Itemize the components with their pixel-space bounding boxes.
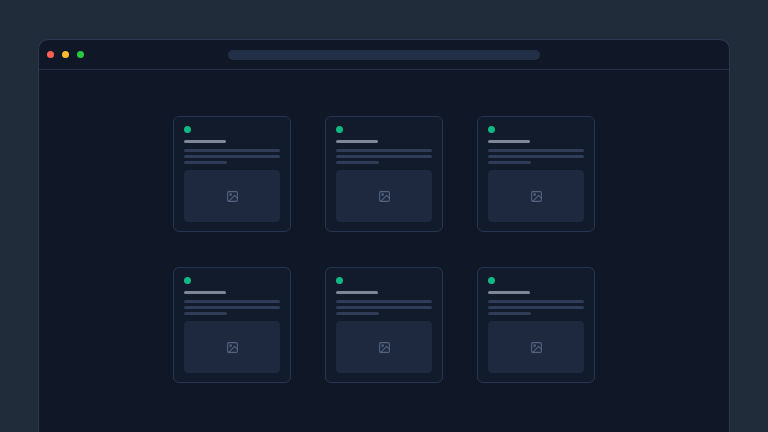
status-dot [336,126,343,133]
skeleton-title [336,291,378,294]
skeleton-line [336,306,432,309]
minimize-button[interactable] [62,51,69,58]
skeleton-line [184,300,280,303]
status-dot [488,126,495,133]
status-dot [184,277,191,284]
window-content [39,70,729,383]
status-dot [184,126,191,133]
desktop-background [0,0,768,432]
skeleton-line [336,149,432,152]
skeleton-line [184,155,280,158]
zoom-button[interactable] [77,51,84,58]
url-bar[interactable] [228,50,540,60]
skeleton-line [184,306,280,309]
skeleton-line-short [488,161,531,164]
card[interactable] [477,116,595,232]
skeleton-title [488,140,530,143]
card[interactable] [477,267,595,383]
skeleton-title [184,140,226,143]
skeleton-line [488,300,584,303]
skeleton-line-short [488,312,531,315]
skeleton-line [488,155,584,158]
image-icon [226,341,239,354]
image-icon [530,341,543,354]
skeleton-line [488,306,584,309]
status-dot [488,277,495,284]
titlebar[interactable] [39,40,729,70]
image-placeholder [336,170,432,222]
image-icon [226,190,239,203]
image-icon [530,190,543,203]
image-icon [378,341,391,354]
image-placeholder [336,321,432,373]
image-placeholder [488,321,584,373]
skeleton-title [184,291,226,294]
browser-window [38,39,730,432]
skeleton-line [336,155,432,158]
skeleton-title [336,140,378,143]
image-placeholder [184,321,280,373]
skeleton-line [336,300,432,303]
skeleton-title [488,291,530,294]
skeleton-line [184,149,280,152]
card[interactable] [325,116,443,232]
skeleton-line [488,149,584,152]
card-grid [39,116,729,383]
card[interactable] [173,267,291,383]
skeleton-line-short [184,161,227,164]
traffic-lights [47,51,84,58]
skeleton-line-short [336,161,379,164]
skeleton-line-short [336,312,379,315]
skeleton-line-short [184,312,227,315]
status-dot [336,277,343,284]
card[interactable] [173,116,291,232]
close-button[interactable] [47,51,54,58]
image-placeholder [184,170,280,222]
image-placeholder [488,170,584,222]
image-icon [378,190,391,203]
card[interactable] [325,267,443,383]
